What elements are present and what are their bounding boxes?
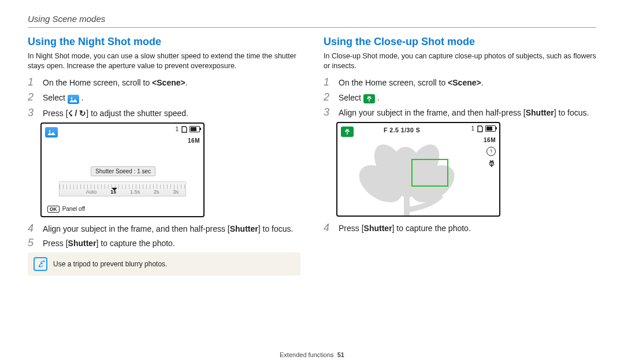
step-text: Press [☇ / ↻] to adjust the shutter spee… bbox=[43, 107, 188, 119]
panel-off-hint: OK Panel off bbox=[47, 206, 85, 213]
resolution-badge: 16M bbox=[484, 137, 496, 143]
step-3: 3 Press [☇ / ↻] to adjust the shutter sp… bbox=[28, 107, 300, 119]
shutter-tooltip: Shutter Speed : 1 sec bbox=[91, 166, 155, 176]
step-number: 2 bbox=[324, 92, 334, 103]
col-night-shot: Using the Night Shot mode In Night Shot … bbox=[28, 36, 300, 276]
right-sidebar: 16M bbox=[188, 138, 200, 144]
step-4: 4 Align your subject in the frame, and t… bbox=[28, 223, 300, 235]
macro-icon bbox=[488, 159, 496, 168]
svg-point-15 bbox=[490, 160, 492, 162]
right-sidebar: 16M bbox=[484, 137, 496, 169]
ok-button-icon: OK bbox=[47, 206, 60, 213]
step-text: On the Home screen, scroll to <Scene>. bbox=[43, 77, 188, 88]
shutter-ruler: Auto 1s 1.5s 2s 3s bbox=[59, 181, 186, 196]
battery-icon bbox=[190, 126, 200, 132]
landscape-icon bbox=[68, 95, 79, 104]
step-number: 3 bbox=[324, 107, 334, 118]
step-number: 4 bbox=[28, 223, 38, 235]
step-number: 5 bbox=[28, 237, 38, 249]
step-text: On the Home screen, scroll to <Scene>. bbox=[339, 77, 484, 88]
panel-off-label: Panel off bbox=[62, 206, 85, 212]
step-text: Select . bbox=[43, 92, 84, 104]
svg-point-14 bbox=[492, 162, 494, 164]
heading-closeup-shot: Using the Close-up Shot mode bbox=[324, 36, 596, 48]
tip-box: 𝓔 Use a tripod to prevent blurry photos. bbox=[28, 252, 300, 276]
step-1: 1 On the Home screen, scroll to <Scene>. bbox=[324, 77, 596, 88]
step-text: Align your subject in the frame, and the… bbox=[339, 107, 589, 118]
page-footer: Extended functions 51 bbox=[0, 351, 624, 358]
svg-point-6 bbox=[369, 96, 370, 97]
svg-point-13 bbox=[489, 162, 491, 164]
sd-card-icon bbox=[181, 126, 187, 133]
intro-night-shot: In Night Shot mode, you can use a slow s… bbox=[28, 51, 300, 71]
step-number: 4 bbox=[324, 222, 334, 234]
step-text: Align your subject in the frame, and the… bbox=[43, 223, 293, 235]
step-5: 5 Press [Shutter] to capture the photo. bbox=[28, 237, 300, 249]
aperture-readout: F 2.5 1/30 S bbox=[384, 127, 420, 133]
svg-point-0 bbox=[70, 97, 72, 99]
sd-card-icon bbox=[477, 125, 483, 132]
svg-point-5 bbox=[367, 96, 369, 97]
footer-page: 51 bbox=[337, 351, 344, 358]
step-2: 2 Select . bbox=[324, 92, 596, 103]
svg-point-4 bbox=[370, 98, 371, 99]
flash-off-icon bbox=[486, 147, 496, 156]
flash-timer-icon: ☇ / ↻ bbox=[68, 109, 87, 118]
shot-count: 1 bbox=[175, 126, 179, 132]
mode-landscape-icon bbox=[45, 127, 58, 138]
col-closeup-shot: Using the Close-up Shot mode In Close-up… bbox=[324, 36, 596, 276]
chapter-title: Using Scene modes bbox=[28, 14, 596, 28]
step-2: 2 Select . bbox=[28, 92, 300, 104]
mode-flower-icon bbox=[341, 127, 354, 137]
tip-icon: 𝓔 bbox=[34, 257, 47, 271]
svg-point-10 bbox=[346, 129, 347, 130]
step-number: 2 bbox=[28, 92, 38, 104]
svg-point-3 bbox=[367, 98, 368, 99]
shot-count: 1 bbox=[471, 125, 475, 132]
step-number: 1 bbox=[324, 77, 334, 88]
focus-rectangle bbox=[411, 159, 448, 187]
columns: Using the Night Shot mode In Night Shot … bbox=[28, 36, 596, 276]
tip-text: Use a tripod to prevent blurry photos. bbox=[53, 260, 167, 268]
battery-icon bbox=[485, 125, 496, 132]
resolution-badge: 16M bbox=[188, 138, 200, 144]
svg-point-1 bbox=[49, 130, 51, 132]
step-3: 3 Align your subject in the frame, and t… bbox=[324, 107, 596, 118]
footer-section: Extended functions bbox=[280, 351, 334, 358]
heading-night-shot: Using the Night Shot mode bbox=[28, 36, 300, 48]
status-bar: 1 bbox=[175, 126, 200, 133]
step-text: Press [Shutter] to capture the photo. bbox=[43, 237, 175, 249]
step-4: 4 Press [Shutter] to capture the photo. bbox=[324, 222, 596, 234]
step-number: 3 bbox=[28, 107, 38, 119]
step-text: Press [Shutter] to capture the photo. bbox=[339, 222, 471, 234]
step-1: 1 On the Home screen, scroll to <Scene>. bbox=[28, 77, 300, 88]
svg-point-11 bbox=[347, 129, 348, 130]
flower-icon bbox=[363, 94, 375, 103]
page: Using Scene modes Using the Night Shot m… bbox=[28, 14, 596, 352]
step-text: Select . bbox=[339, 92, 380, 103]
svg-point-9 bbox=[348, 131, 349, 132]
svg-point-8 bbox=[345, 131, 346, 132]
svg-point-16 bbox=[492, 160, 493, 162]
lcd-preview-night: 1 16M Shutter Speed : 1 sec Auto 1s 1.5s… bbox=[40, 122, 205, 217]
status-bar: 1 bbox=[471, 125, 496, 132]
intro-closeup-shot: In Close-up Shot mode, you can capture c… bbox=[324, 51, 596, 71]
lcd-preview-closeup: F 2.5 1/30 S 1 16M bbox=[336, 122, 500, 217]
step-number: 1 bbox=[28, 77, 38, 88]
